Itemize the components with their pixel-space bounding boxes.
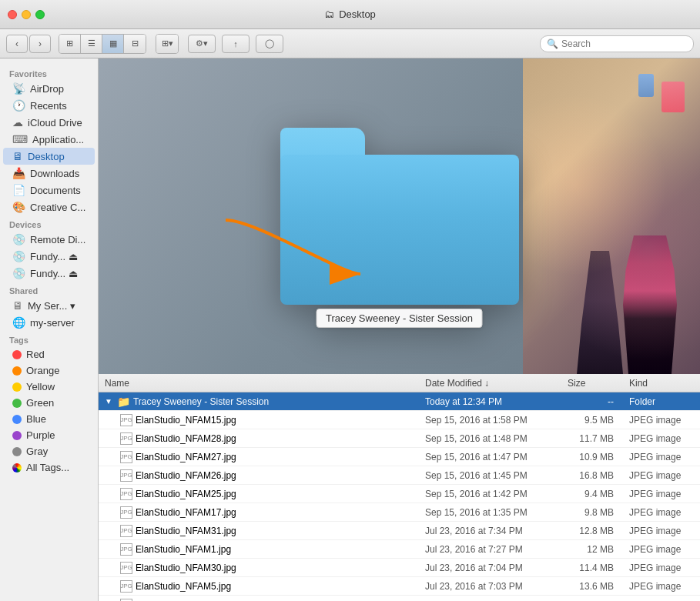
table-row[interactable]: JPGElanStudio_NFAM25.jpgSep 15, 2016 at … [99,485,700,503]
sidebar-item-label: Desktop [28,151,65,162]
file-name: ElanStudio_NFAM25.jpg [136,489,236,499]
sidebar-item-fundy1[interactable]: 💿 Fundy... ⏏ [3,248,95,265]
header-kind[interactable]: Kind [623,378,700,389]
sidebar-item-applications[interactable]: ⌨ Applicatio... [3,131,95,148]
gallery-view-button[interactable]: ⊟ [124,35,146,53]
list-header: Name Date Modified ↓ Size Kind [99,374,700,392]
tags-label: Tags [0,331,98,346]
share-button[interactable]: ↑ [222,35,250,53]
girl-right-silhouette [623,235,677,374]
table-row[interactable]: JPGElanStudio_NFAM30.jpgJul 23, 2016 at … [99,559,700,577]
sidebar-item-airdrop[interactable]: 📡 AirDrop [3,80,95,97]
sidebar-item-creative[interactable]: 🎨 Creative C... [3,199,95,215]
sidebar-item-label: Downloads [30,168,79,179]
airdrop-icon: 📡 [12,82,25,95]
sidebar-item-remote[interactable]: 💿 Remote Di... [3,231,95,248]
search-icon: 🔍 [547,38,558,49]
sidebar-item-myserver2[interactable]: 🌐 my-server [3,314,95,331]
header-size[interactable]: Size [561,378,623,389]
file-date: Sep 15, 2016 at 1:42 PM [419,489,561,499]
file-size: 12.8 MB [561,526,623,536]
sidebar-item-label: Fundy... ⏏ [30,251,78,262]
header-date[interactable]: Date Modified ↓ [419,378,561,389]
file-icon: JPG [120,469,132,482]
file-date: Jul 23, 2016 at 7:03 PM [419,581,561,592]
sidebar-item-fundy2[interactable]: 💿 Fundy... ⏏ [3,265,95,282]
sidebar-item-label: Orange [26,365,59,376]
table-row[interactable]: ▼📁Tracey Sweeney - Sister SessionToday a… [99,392,700,411]
sidebar-item-tag-red[interactable]: Red [3,346,95,362]
sidebar-item-tag-orange[interactable]: Orange [3,362,95,379]
action-button[interactable]: ⚙▾ [188,35,216,53]
list-view-button[interactable]: ☰ [81,35,102,53]
table-row[interactable]: JPGElanStudio_NFAM26.jpgSep 15, 2016 at … [99,466,700,485]
back-button[interactable]: ‹ [6,35,28,53]
table-row[interactable]: JPGElanStudio_NFAM28.jpgSep 15, 2016 at … [99,429,700,448]
view-buttons: ⊞ ☰ ▦ ⊟ [59,34,146,54]
file-name: ElanStudio_NFAM26.jpg [136,470,236,481]
table-row[interactable]: JPGElanStudio_NFAM15.jpgSep 15, 2016 at … [99,411,700,429]
sidebar-item-tag-yellow[interactable]: Yellow [3,379,95,395]
documents-icon: 📄 [12,184,25,196]
table-row[interactable]: JPGElanStudio_NFAM1.jpgJul 23, 2016 at 7… [99,540,700,559]
file-kind: JPEG image [623,544,700,555]
sidebar-item-label: AirDrop [30,83,64,95]
sidebar-item-tag-gray[interactable]: Gray [3,443,95,459]
decoration [638,74,654,97]
file-icon: JPG [120,488,132,500]
sidebar-item-all-tags[interactable]: All Tags... [3,459,95,476]
table-row[interactable]: JPGElanStudio_NFAM31.jpgJul 23, 2016 at … [99,522,700,540]
arrange-button[interactable]: ⊞▾ [156,35,178,53]
expand-triangle-icon[interactable]: ▼ [105,397,112,406]
table-row[interactable]: JPGElanStudio_NFAM29.jpgJul 23, 2016 at … [99,596,700,601]
sidebar-item-recents[interactable]: 🕐 Recents [3,97,95,114]
file-icon: JPG [120,432,132,445]
file-kind: JPEG image [623,489,700,499]
file-icon: JPG [120,506,132,519]
sidebar-item-downloads[interactable]: 📥 Downloads [3,165,95,182]
zoom-button[interactable] [35,10,45,19]
close-button[interactable] [8,10,17,19]
green-tag-dot [12,399,22,408]
file-size: 10.9 MB [561,452,623,462]
file-name: ElanStudio_NFAM1.jpg [136,544,231,555]
fundy1-icon: 💿 [12,250,25,262]
remote-icon: 💿 [12,233,25,245]
sort-arrow-icon: ↓ [484,378,489,389]
file-name: ElanStudio_NFAM17.jpg [136,507,236,518]
file-date: Sep 15, 2016 at 1:48 PM [419,433,561,444]
sidebar-item-label: Applicatio... [32,134,84,145]
sidebar-item-desktop[interactable]: 🖥 Desktop [3,148,95,165]
column-view-button[interactable]: ▦ [102,35,124,53]
icon-view-button[interactable]: ⊞ [59,35,81,53]
sidebar-item-tag-purple[interactable]: Purple [3,427,95,443]
sidebar-item-tag-blue[interactable]: Blue [3,411,95,427]
table-row[interactable]: JPGElanStudio_NFAM5.jpgJul 23, 2016 at 7… [99,577,700,596]
file-name: ElanStudio_NFAM27.jpg [136,452,236,462]
sidebar-item-label: Fundy... ⏏ [30,268,78,279]
search-input[interactable] [561,38,687,49]
forward-button[interactable]: › [29,35,51,53]
minimize-button[interactable] [22,10,31,19]
myserver2-icon: 🌐 [12,316,25,329]
toolbar: ‹ › ⊞ ☰ ▦ ⊟ ⊞▾ ⚙▾ ↑ ◯ 🔍 [0,29,700,58]
favorites-label: Favorites [0,65,98,80]
sidebar-item-documents[interactable]: 📄 Documents [3,182,95,199]
file-date: Today at 12:34 PM [419,396,561,407]
file-date: Sep 15, 2016 at 1:35 PM [419,507,561,518]
table-row[interactable]: JPGElanStudio_NFAM27.jpgSep 15, 2016 at … [99,448,700,466]
red-tag-dot [12,350,22,359]
sidebar-item-myserver[interactable]: 🖥 My Ser... ▾ [3,297,95,314]
file-date: Sep 15, 2016 at 1:58 PM [419,415,561,426]
sidebar-item-icloud[interactable]: ☁ iCloud Drive [3,114,95,131]
file-kind: JPEG image [623,470,700,481]
tag-button[interactable]: ◯ [256,35,283,53]
header-name[interactable]: Name [99,378,419,389]
sidebar: Favorites 📡 AirDrop 🕐 Recents ☁ iCloud D… [0,58,99,601]
sidebar-item-tag-green[interactable]: Green [3,395,95,411]
file-date: Sep 15, 2016 at 1:47 PM [419,452,561,462]
table-row[interactable]: JPGElanStudio_NFAM17.jpgSep 15, 2016 at … [99,503,700,522]
search-bar[interactable]: 🔍 [540,35,694,52]
sidebar-item-label: Gray [26,446,48,457]
creative-icon: 🎨 [12,201,25,213]
